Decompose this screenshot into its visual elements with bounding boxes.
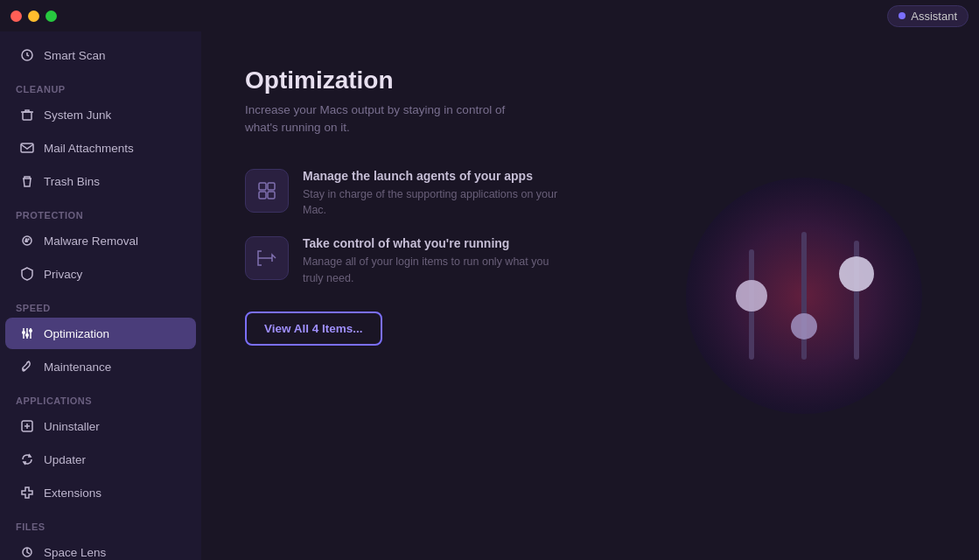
sidebar-label-updater: Updater — [44, 453, 86, 466]
app-body: Smart Scan Cleanup System Junk Mail Atta… — [0, 32, 979, 560]
svg-point-5 — [28, 239, 29, 240]
assistant-status-dot — [899, 12, 906, 19]
sidebar-item-space-lens[interactable]: Space Lens — [5, 536, 196, 560]
section-label-files: Files — [0, 513, 201, 536]
svg-rect-1 — [23, 112, 31, 120]
assistant-badge[interactable]: Assistant — [887, 5, 969, 27]
section-label-speed: Speed — [0, 294, 201, 317]
sidebar-item-maintenance[interactable]: Maintenance — [5, 351, 196, 382]
privacy-icon — [19, 266, 35, 282]
sidebar-item-uninstaller[interactable]: Uninstaller — [5, 410, 196, 442]
sidebar-label-system-junk: System Junk — [44, 108, 111, 122]
svg-point-4 — [26, 239, 27, 240]
extensions-icon — [19, 485, 35, 500]
feature-subtitle-0: Stay in charge of the supporting applica… — [303, 186, 565, 220]
svg-rect-18 — [268, 192, 275, 199]
subtitle-line1: Increase your Macs output by staying in … — [245, 103, 505, 116]
updater-icon — [19, 452, 35, 467]
sidebar-label-extensions: Extensions — [44, 486, 101, 500]
titlebar: Assistant — [0, 0, 979, 32]
svg-rect-16 — [268, 183, 275, 190]
svg-rect-2 — [21, 144, 33, 152]
svg-point-11 — [29, 329, 32, 332]
scan-icon — [19, 47, 35, 63]
page-title: Optimization — [245, 66, 935, 94]
svg-rect-15 — [259, 183, 266, 190]
feature-text-launch-agents: Manage the launch agents of your apps St… — [303, 169, 565, 220]
sidebar-item-malware-removal[interactable]: Malware Removal — [5, 225, 196, 256]
space-lens-icon — [19, 544, 35, 560]
svg-point-12 — [23, 369, 24, 371]
view-all-items-button[interactable]: View All 4 Items... — [245, 312, 382, 346]
sidebar-label-trash-bins: Trash Bins — [44, 175, 100, 188]
sidebar: Smart Scan Cleanup System Junk Mail Atta… — [0, 32, 201, 560]
svg-point-23 — [736, 280, 767, 312]
sidebar-item-system-junk[interactable]: System Junk — [5, 99, 196, 130]
trash-icon — [19, 173, 35, 189]
login-items-icon — [256, 248, 277, 269]
sidebar-label-uninstaller: Uninstaller — [44, 420, 100, 433]
sidebar-item-mail-attachments[interactable]: Mail Attachments — [5, 132, 196, 164]
junk-icon — [19, 107, 35, 122]
malware-icon — [19, 233, 35, 248]
window-controls — [10, 10, 57, 22]
sidebar-label-privacy: Privacy — [44, 268, 82, 281]
subtitle-line2: what's running on it. — [245, 121, 350, 134]
feature-subtitle-1: Manage all of your login items to run on… — [303, 254, 565, 287]
svg-point-10 — [25, 333, 29, 337]
launch-agents-icon — [256, 180, 277, 201]
sidebar-item-trash-bins[interactable]: Trash Bins — [5, 165, 196, 197]
sidebar-item-updater[interactable]: Updater — [5, 444, 196, 475]
feature-title-1: Take control of what you're running — [303, 236, 565, 250]
feature-title-0: Manage the launch agents of your apps — [303, 169, 565, 183]
svg-rect-17 — [259, 192, 266, 199]
sidebar-label-malware-removal: Malware Removal — [44, 234, 138, 248]
uninstaller-icon — [19, 418, 35, 434]
minimize-button[interactable] — [28, 10, 39, 22]
login-items-icon-box — [245, 236, 289, 280]
section-label-cleanup: Cleanup — [0, 75, 201, 98]
sidebar-item-optimization[interactable]: Optimization — [5, 318, 196, 349]
sidebar-label-mail-attachments: Mail Attachments — [44, 142, 134, 155]
feature-text-login-items: Take control of what you're running Mana… — [303, 236, 565, 287]
mail-icon — [19, 140, 35, 156]
deco-illustration — [682, 173, 927, 418]
page-subtitle: Increase your Macs output by staying in … — [245, 102, 935, 137]
close-button[interactable] — [10, 10, 22, 22]
assistant-label: Assistant — [911, 10, 957, 23]
optimization-icon — [19, 326, 35, 341]
maximize-button[interactable] — [45, 10, 57, 22]
launch-agents-icon-box — [245, 169, 289, 213]
sidebar-label-space-lens: Space Lens — [44, 546, 106, 559]
svg-point-9 — [22, 331, 25, 334]
sidebar-label-maintenance: Maintenance — [44, 360, 111, 374]
section-label-applications: Applications — [0, 387, 201, 410]
sidebar-item-privacy[interactable]: Privacy — [5, 258, 196, 290]
main-content: Optimization Increase your Macs output b… — [201, 32, 979, 560]
maintenance-icon — [19, 359, 35, 374]
section-label-protection: Protection — [0, 201, 201, 224]
sidebar-label-smart-scan: Smart Scan — [44, 49, 106, 62]
sidebar-item-extensions[interactable]: Extensions — [5, 477, 196, 508]
svg-point-25 — [839, 256, 874, 291]
sidebar-label-optimization: Optimization — [44, 327, 109, 340]
svg-point-24 — [791, 313, 817, 340]
sidebar-item-smart-scan[interactable]: Smart Scan — [5, 39, 196, 71]
